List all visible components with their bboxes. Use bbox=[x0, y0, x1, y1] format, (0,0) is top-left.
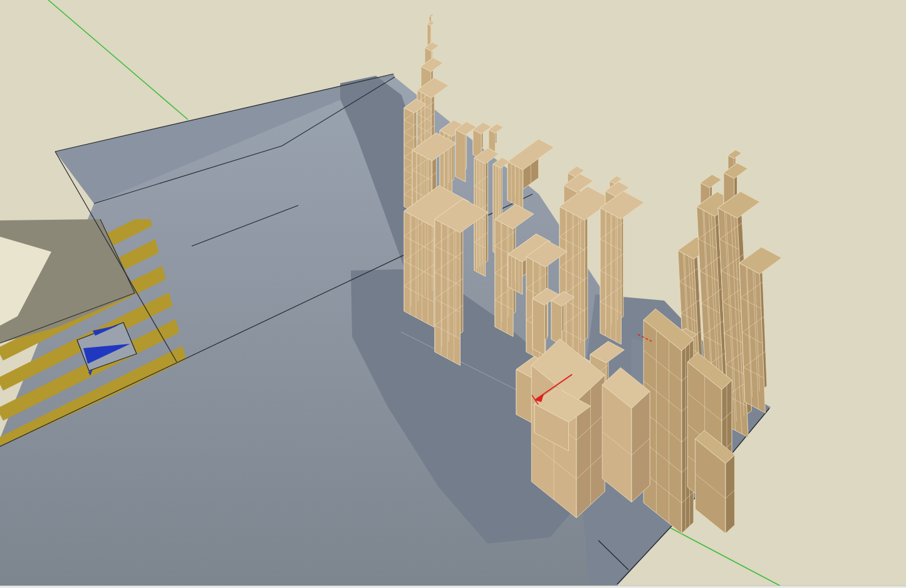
bldg-cube-b-face-b bbox=[551, 301, 562, 345]
window-bottom-edge bbox=[0, 585, 906, 588]
bldg-rb-tower[interactable] bbox=[643, 309, 694, 534]
bldg-back-b-face-b bbox=[456, 130, 466, 182]
bldg-far-b-face-b bbox=[489, 130, 496, 152]
bldg-front-right[interactable] bbox=[602, 368, 650, 502]
bldg-fill-a-face-b bbox=[516, 369, 532, 423]
model-scene-canvas[interactable] bbox=[0, 0, 906, 588]
3d-viewport[interactable] bbox=[0, 0, 906, 588]
bldg-cube-a-face-b bbox=[533, 299, 544, 355]
